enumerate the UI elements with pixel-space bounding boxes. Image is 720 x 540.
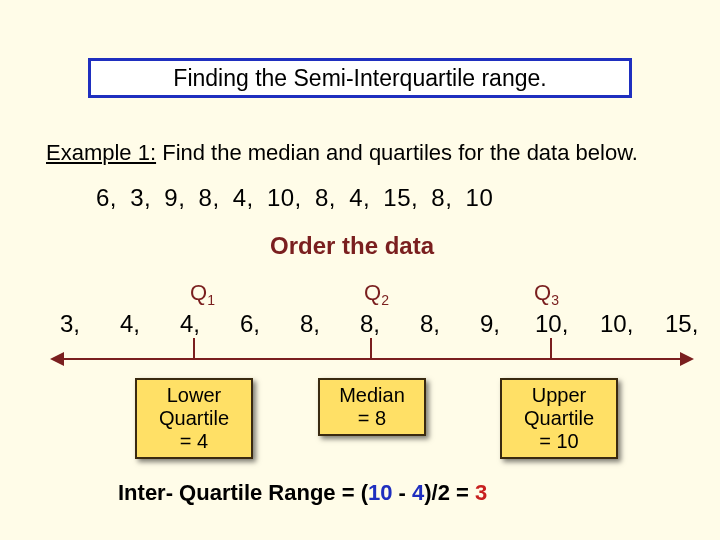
ordered-num: 4,	[180, 310, 200, 338]
ordered-num: 10,	[600, 310, 633, 338]
arrow-right-icon	[680, 352, 694, 366]
ordered-num: 8,	[360, 310, 380, 338]
box-line: = 4	[139, 430, 249, 453]
q2-label: Q2	[364, 280, 389, 308]
box-line: Upper	[504, 384, 614, 407]
box-line: Quartile	[139, 407, 249, 430]
iqr-pre: Inter- Quartile Range = (	[118, 480, 368, 505]
iqr-lower: 4	[412, 480, 424, 505]
ordered-num: 4,	[120, 310, 140, 338]
median-box: Median = 8	[318, 378, 426, 436]
q3-tick	[550, 338, 552, 358]
box-line: Lower	[139, 384, 249, 407]
q1-letter: Q	[190, 280, 207, 305]
example-line: Example 1: Find the median and quartiles…	[46, 140, 638, 166]
box-line: = 10	[504, 430, 614, 453]
iqr-mid: -	[392, 480, 412, 505]
example-text-body: Find the median and quartiles for the da…	[162, 140, 638, 165]
q1-label: Q1	[190, 280, 215, 308]
ordered-num: 6,	[240, 310, 260, 338]
q1-tick	[193, 338, 195, 358]
box-line: = 8	[322, 407, 422, 430]
example-label: Example 1:	[46, 140, 156, 165]
arrow-left-icon	[50, 352, 64, 366]
title-text: Finding the Semi-Interquartile range.	[173, 65, 546, 92]
ordered-data-row: 3, 4, 4, 6, 8, 8, 8, 9, 10, 10, 15,	[60, 310, 700, 350]
ordered-num: 10,	[535, 310, 568, 338]
box-line: Quartile	[504, 407, 614, 430]
iqr-upper: 10	[368, 480, 392, 505]
unordered-data: 6, 3, 9, 8, 4, 10, 8, 4, 15, 8, 10	[96, 184, 493, 212]
box-line: Median	[322, 384, 422, 407]
q2-letter: Q	[364, 280, 381, 305]
ordered-num: 8,	[420, 310, 440, 338]
q2-tick	[370, 338, 372, 358]
order-instruction: Order the data	[270, 232, 434, 260]
upper-quartile-box: Upper Quartile = 10	[500, 378, 618, 459]
lower-quartile-box: Lower Quartile = 4	[135, 378, 253, 459]
iqr-result: 3	[475, 480, 487, 505]
iqr-result-line: Inter- Quartile Range = (10 - 4)/2 = 3	[118, 480, 487, 506]
ordered-num: 15,	[665, 310, 698, 338]
title-box: Finding the Semi-Interquartile range.	[88, 58, 632, 98]
q3-letter: Q	[534, 280, 551, 305]
q1-sub: 1	[207, 292, 215, 308]
number-line	[62, 358, 682, 360]
ordered-num: 9,	[480, 310, 500, 338]
ordered-num: 3,	[60, 310, 80, 338]
ordered-num: 8,	[300, 310, 320, 338]
iqr-post: )/2 =	[424, 480, 475, 505]
q2-sub: 2	[381, 292, 389, 308]
q3-label: Q3	[534, 280, 559, 308]
q3-sub: 3	[551, 292, 559, 308]
